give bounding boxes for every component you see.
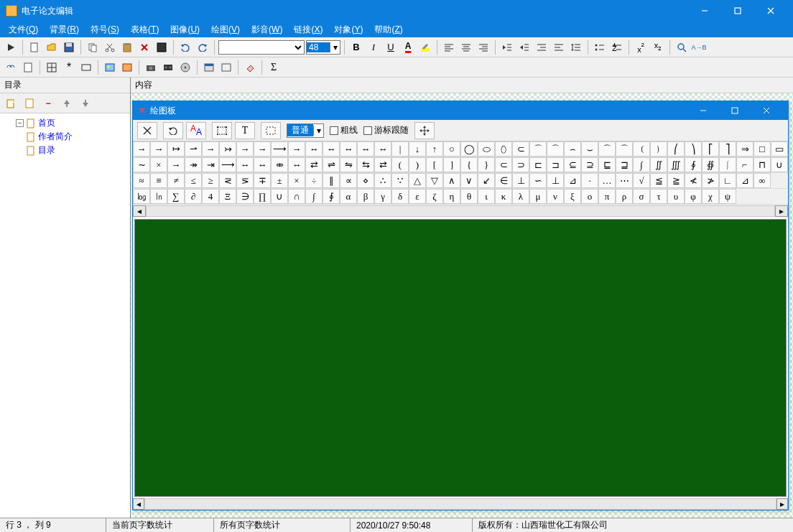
sidebar-up-icon[interactable] — [59, 95, 75, 111]
symbol-button[interactable]: ± — [271, 173, 288, 188]
symbol-button[interactable]: → — [254, 141, 271, 157]
symbol-button[interactable]: ㏒ — [133, 189, 150, 204]
delete-button[interactable] — [136, 39, 152, 55]
menu-table[interactable]: 表格(T) — [125, 22, 164, 37]
draw-text-style-button[interactable]: AA — [186, 122, 206, 139]
outdent-button[interactable] — [534, 39, 549, 55]
scroll-right-icon[interactable]: ▸ — [775, 205, 788, 217]
sidebar-down-icon[interactable] — [78, 95, 93, 111]
symbol-button[interactable]: ▭ — [771, 141, 788, 157]
symbol-button[interactable]: ⇄ — [374, 157, 391, 172]
symbol-button[interactable]: ⇄ — [305, 157, 323, 172]
maximize-button[interactable] — [721, 0, 754, 22]
superscript-button[interactable]: x² — [633, 39, 649, 55]
symbol-button[interactable]: … — [598, 173, 616, 188]
tool-link-icon[interactable] — [3, 60, 19, 75]
symbol-button[interactable]: ο — [581, 189, 598, 204]
symbol-button[interactable]: ⋯ — [616, 173, 633, 188]
draw-select-button[interactable] — [212, 122, 232, 139]
symbol-button[interactable]: △ — [409, 173, 426, 188]
replace-button[interactable]: A→B — [691, 39, 707, 55]
symbol-button[interactable]: ] — [443, 157, 460, 172]
symbol-button[interactable]: ◯ — [460, 141, 478, 157]
symbol-button[interactable]: × — [288, 173, 305, 188]
symbol-button[interactable]: ↠ — [185, 157, 202, 172]
symbol-button[interactable]: [ — [426, 157, 443, 172]
redo-button[interactable] — [195, 39, 210, 55]
symbol-button[interactable]: ( — [391, 157, 409, 172]
symbol-button[interactable]: ⎡ — [702, 141, 719, 157]
symbol-button[interactable]: ⇆ — [357, 157, 374, 172]
symbol-button[interactable]: ⊃ — [512, 157, 529, 172]
tool-film-icon[interactable] — [160, 60, 176, 75]
draw-marquee-button[interactable] — [261, 122, 281, 139]
sidebar-new-page-icon[interactable] — [3, 95, 19, 111]
canvas-scrollbar[interactable]: ◂ ▸ — [133, 498, 788, 510]
symbol-button[interactable]: ≧ — [667, 173, 685, 188]
symbol-button[interactable]: ⟶ — [271, 141, 288, 157]
align-left-button[interactable] — [441, 39, 457, 55]
menu-object[interactable]: 对象(Y) — [328, 22, 368, 37]
symbol-button[interactable]: } — [478, 157, 495, 172]
tool-panel-icon[interactable] — [218, 60, 234, 75]
symbol-button[interactable]: × — [150, 157, 167, 172]
symbol-button[interactable]: ∧ — [443, 173, 460, 188]
symbol-button[interactable]: → — [236, 141, 254, 157]
symbol-button[interactable]: ⌐ — [736, 157, 753, 172]
tool-asterisk-icon[interactable]: * — [61, 60, 77, 75]
symbol-button[interactable]: ∂ — [185, 189, 202, 204]
symbol-button[interactable]: α — [340, 189, 357, 204]
symbol-button[interactable]: ∮ — [685, 157, 702, 172]
status-current-page[interactable]: 当前页字数统计 — [106, 518, 214, 532]
symbol-button[interactable]: ⊓ — [753, 157, 771, 172]
font-select[interactable] — [218, 40, 305, 55]
play-button[interactable] — [3, 39, 19, 55]
symbol-button[interactable]: ⊒ — [616, 157, 633, 172]
symbol-button[interactable]: μ — [529, 189, 547, 204]
symbol-button[interactable]: θ — [460, 189, 478, 204]
symbol-button[interactable]: ν — [547, 189, 564, 204]
symbol-button[interactable]: ∫ — [305, 189, 323, 204]
symbol-button[interactable]: √ — [633, 173, 650, 188]
draw-titlebar[interactable]: ✕ 绘图板 — [133, 101, 788, 120]
symbol-button[interactable]: ⇒ — [736, 141, 753, 157]
symbol-button[interactable]: ζ — [426, 189, 443, 204]
symbol-button[interactable]: ↦ — [167, 141, 185, 157]
symbol-button[interactable]: ↔ — [357, 141, 374, 157]
symbol-button[interactable]: ㏑ — [150, 189, 167, 204]
symbol-button[interactable]: ψ — [719, 189, 736, 204]
symbol-button[interactable]: ∵ — [391, 173, 409, 188]
symbol-button[interactable]: ⊆ — [564, 157, 581, 172]
menu-background[interactable]: 背景(R) — [44, 22, 85, 37]
symbol-button[interactable]: ∴ — [374, 173, 391, 188]
symbol-button[interactable]: → — [202, 141, 219, 157]
symbol-button[interactable]: ⎛ — [667, 141, 685, 157]
symbol-button[interactable]: ⎰ — [719, 157, 736, 172]
symbol-button[interactable]: → — [167, 157, 185, 172]
symbol-button[interactable]: ⬭ — [478, 141, 495, 157]
symbol-button[interactable]: ⌣ — [581, 141, 598, 157]
tool-window-icon[interactable] — [201, 60, 217, 75]
minimize-button[interactable] — [688, 0, 721, 22]
symbol-button[interactable]: ⊥ — [547, 173, 564, 188]
symbol-button[interactable]: ⌒ — [616, 141, 633, 157]
bullet-list-button[interactable] — [592, 39, 608, 55]
undo-button[interactable] — [177, 39, 193, 55]
symbol-button[interactable]: ⋜ — [219, 173, 236, 188]
bold-button[interactable]: B — [348, 39, 364, 55]
symbol-button[interactable]: ↔ — [288, 157, 305, 172]
symbol-button[interactable]: { — [460, 157, 478, 172]
indent-button[interactable] — [551, 39, 567, 55]
symbol-button[interactable]: ⊥ — [512, 173, 529, 188]
symbol-button[interactable]: ι — [478, 189, 495, 204]
cut-button[interactable] — [102, 39, 118, 55]
symbol-button[interactable]: ⊿ — [736, 173, 753, 188]
symbol-button[interactable]: ε — [409, 189, 426, 204]
symbol-button[interactable]: ∪ — [271, 189, 288, 204]
symbol-button[interactable]: ↔ — [374, 141, 391, 157]
symbol-button[interactable]: ∭ — [667, 157, 685, 172]
symbol-button[interactable]: ∪ — [771, 157, 788, 172]
symbol-button[interactable]: ∬ — [650, 157, 667, 172]
symbol-button[interactable]: ⋄ — [357, 173, 374, 188]
copy-button[interactable] — [85, 39, 101, 55]
